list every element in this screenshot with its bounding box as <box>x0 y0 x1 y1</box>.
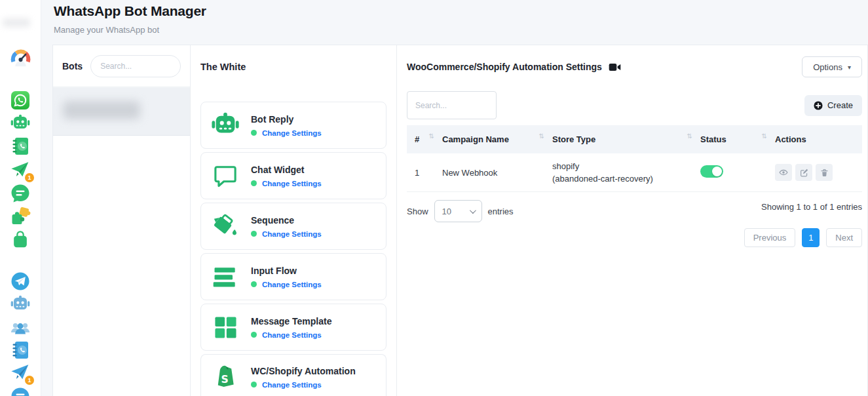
sidebar-item-store[interactable] <box>9 228 31 250</box>
caret-down-icon: ▾ <box>848 64 851 71</box>
table-search-input[interactable] <box>407 91 497 119</box>
contact-book-icon <box>10 136 31 157</box>
status-toggle[interactable] <box>700 165 723 178</box>
shopify-icon: S <box>210 362 240 392</box>
entries-label: entries <box>488 207 514 216</box>
header-label: Status <box>700 134 726 144</box>
sidebar-item-telegram[interactable] <box>9 270 31 292</box>
bots-header: Bots <box>53 45 190 87</box>
settings-card-wc-shopify-automation: S WC/Shopify Automation Change Settings <box>200 354 387 396</box>
show-label: Show <box>407 207 428 216</box>
page-title: WhatsApp Bot Manager <box>54 3 206 19</box>
create-button[interactable]: Create <box>804 95 862 116</box>
plus-circle-icon <box>814 101 823 110</box>
dashboard-speedometer-icon <box>10 48 31 69</box>
chat-widget-icon <box>210 161 240 191</box>
next-page-button[interactable]: Next <box>826 228 862 247</box>
notification-badge: 1 <box>25 376 34 385</box>
pagination: Previous 1 Next <box>407 228 862 247</box>
page-size-value: 10 <box>442 207 451 216</box>
edit-icon <box>800 168 808 177</box>
header-label: Campaign Name <box>442 134 509 144</box>
sidebar-item-telegram-groups[interactable] <box>9 317 31 339</box>
change-settings-link[interactable]: Change Settings <box>262 281 322 288</box>
showing-entries-text: Showing 1 to 1 of 1 entries <box>761 202 862 212</box>
sidebar-item-telegram-bot[interactable] <box>9 293 31 315</box>
status-dot <box>251 382 257 387</box>
chat-bubble-icon <box>10 386 31 396</box>
video-tutorial-icon[interactable] <box>609 63 621 71</box>
blurred-logo <box>3 18 30 27</box>
col-header-status[interactable]: Status ⇅ <box>696 134 771 144</box>
sidebar-item-integrations[interactable] <box>9 205 31 228</box>
change-settings-link[interactable]: Change Settings <box>262 230 322 238</box>
options-button[interactable]: Options ▾ <box>802 56 862 77</box>
bot-list-item-selected[interactable] <box>53 87 190 136</box>
settings-card-input-flow: Input Flow Change Settings <box>200 253 387 300</box>
table-footer: Show 10 entries Showing 1 to 1 of 1 entr… <box>407 200 862 222</box>
settings-card-message-template: Message Template Change Settings <box>200 304 387 351</box>
contact-book-icon <box>10 340 31 361</box>
change-settings-link[interactable]: Change Settings <box>262 381 322 389</box>
header-label: Store Type <box>552 134 595 144</box>
table-toolbar: Create <box>407 91 862 119</box>
chat-bubble-icon <box>10 183 31 204</box>
page-1-button[interactable]: 1 <box>802 228 820 247</box>
change-settings-link[interactable]: Change Settings <box>262 129 322 137</box>
notification-badge: 1 <box>25 173 34 182</box>
toggle-knob <box>712 167 722 176</box>
cell-campaign-name: New Webhook <box>438 168 548 178</box>
card-title: WC/Shopify Automation <box>251 366 356 376</box>
sidebar-item-whatsapp-bot[interactable] <box>9 112 31 134</box>
sidebar-item-whatsapp-chat[interactable] <box>9 182 31 205</box>
robot-icon <box>10 113 31 134</box>
cell-index: 1 <box>411 168 438 178</box>
card-title: Chat Widget <box>251 165 322 175</box>
bots-search-input[interactable] <box>90 55 181 77</box>
shopping-bag-icon <box>10 229 30 249</box>
sidebar-item-whatsapp[interactable] <box>9 89 31 111</box>
sidebar-item-telegram-broadcast[interactable]: 1 <box>9 361 31 384</box>
eye-icon <box>779 168 788 177</box>
col-header-store-type[interactable]: Store Type ⇅ <box>548 134 696 144</box>
selected-bot-name: The White <box>200 62 387 72</box>
card-title: Bot Reply <box>251 114 322 125</box>
delete-button[interactable] <box>816 164 833 181</box>
store-type-line2: (abandoned-cart-recovery) <box>552 172 692 186</box>
sidebar-item-telegram-chat[interactable] <box>9 386 31 396</box>
sidebar-item-whatsapp-contacts[interactable] <box>9 135 31 157</box>
table-row: 1 New Webhook shopify (abandoned-cart-re… <box>407 153 862 192</box>
bars-icon <box>210 262 240 292</box>
content-panel: Bots The White Bot Reply Change Settings <box>52 45 868 396</box>
telegram-icon <box>10 271 31 292</box>
settings-card-chat-widget: Chat Widget Change Settings <box>200 152 387 199</box>
col-header-actions: Actions <box>771 134 858 144</box>
col-header-campaign-name[interactable]: Campaign Name ⇅ <box>438 134 548 144</box>
app-root: 1 <box>0 0 868 396</box>
whatsapp-icon <box>10 90 31 111</box>
previous-page-button[interactable]: Previous <box>744 228 796 247</box>
users-group-icon <box>10 317 31 338</box>
sidebar-item-telegram-contacts[interactable] <box>9 339 31 361</box>
sidebar-item-dashboard[interactable] <box>9 47 31 69</box>
cell-status <box>696 165 771 180</box>
card-title: Message Template <box>251 316 331 327</box>
edit-button[interactable] <box>795 164 812 181</box>
header-label: # <box>415 134 419 144</box>
cell-actions <box>771 164 858 181</box>
create-label: Create <box>827 100 853 110</box>
change-settings-link[interactable]: Change Settings <box>262 331 322 339</box>
grid-icon <box>210 312 240 342</box>
card-title: Sequence <box>251 215 322 226</box>
blurred-bot-name <box>63 101 140 119</box>
shopify-s-letter: S <box>221 374 228 386</box>
col-header-index[interactable]: # ⇅ <box>411 134 438 144</box>
bots-column: Bots <box>53 45 191 396</box>
automation-header: WooCommerce/Shopify Automation Settings … <box>407 56 862 77</box>
view-button[interactable] <box>775 164 792 181</box>
status-dot <box>251 332 257 338</box>
sidebar-item-whatsapp-broadcast[interactable]: 1 <box>9 159 31 181</box>
page-size-select[interactable]: 10 <box>434 200 482 222</box>
change-settings-link[interactable]: Change Settings <box>262 180 322 188</box>
sort-icon: ⇅ <box>429 132 434 140</box>
